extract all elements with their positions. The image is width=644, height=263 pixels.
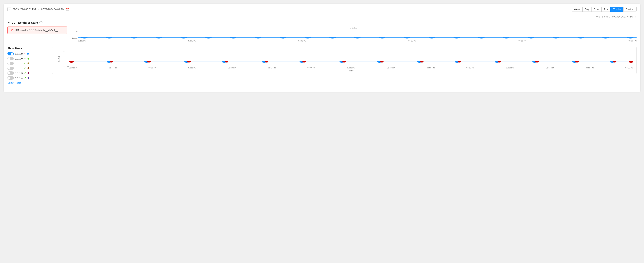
x-10: 03:52 PM — [466, 67, 474, 69]
x-8: 03:48 PM — [387, 67, 395, 69]
x-4: 03:40 PM — [228, 67, 236, 69]
peer-toggle-4[interactable] — [8, 71, 14, 75]
svg-point-51 — [575, 61, 579, 62]
x-3: 03:38 PM — [188, 67, 196, 69]
section-divider — [8, 89, 636, 89]
svg-point-9 — [280, 37, 286, 38]
time-start: 07/09/2024 03:31 PM — [13, 8, 36, 10]
mini-chart: Up Down — [71, 30, 636, 43]
peer-toggle-5[interactable] — [8, 76, 14, 80]
week-button[interactable]: Week — [572, 7, 582, 12]
chart-time-axis-title: Time — [69, 70, 634, 72]
peer-label-3: 1.1.1.2 — [15, 67, 23, 70]
mini-x-2: 03:45 PM — [298, 40, 306, 42]
peer-toggle-0[interactable] — [8, 52, 14, 55]
day-button[interactable]: Day — [582, 7, 591, 12]
chart-y-label: 1.1.1.9 — [58, 56, 60, 62]
time-end: 07/09/2024 04:01 PM — [41, 8, 64, 10]
svg-point-41 — [380, 61, 384, 62]
peer-toggle-2[interactable] — [8, 62, 14, 65]
x-2: 03:36 PM — [148, 67, 156, 69]
svg-point-33 — [225, 61, 228, 62]
chart-xaxis: 03:32 PM 03:34 PM 03:36 PM 03:38 PM 03:4… — [69, 67, 634, 69]
30mins-button[interactable]: 30 mins — [610, 7, 624, 12]
refresh-label: Next refresh: 07/09/2024 04:03:44 PM — [596, 15, 634, 18]
peer-label-1: 1.1.1.0 — [15, 57, 23, 60]
section-title: LDP Neighbor State — [12, 21, 38, 24]
alert-box: ⊘ LDP session 1.1.1.9 state is __default… — [8, 26, 67, 34]
svg-point-53 — [613, 61, 616, 62]
time-range-buttons: Week Day 3 hrs 1 hr 30 mins Custom — [572, 7, 636, 12]
calendar-icon[interactable]: 📅 — [66, 8, 69, 11]
svg-point-15 — [429, 37, 435, 38]
expand-icon[interactable]: ⤢ — [634, 26, 636, 29]
mini-x-1: 03:40 PM — [188, 40, 196, 42]
svg-point-3 — [131, 37, 137, 38]
svg-point-16 — [454, 37, 460, 38]
svg-point-8 — [255, 37, 261, 38]
svg-point-31 — [187, 61, 191, 62]
peer-toggle-1[interactable] — [8, 57, 14, 60]
mini-x-3: 03:50 PM — [408, 40, 416, 42]
svg-point-43 — [420, 61, 424, 62]
time-prev-button[interactable]: ‹ — [8, 7, 11, 11]
x-9: 03:50 PM — [427, 67, 435, 69]
x-5: 03:42 PM — [268, 67, 276, 69]
alert-message: LDP session 1.1.1.9 state is __default__ — [15, 29, 58, 32]
svg-point-19 — [528, 37, 534, 38]
svg-point-23 — [627, 37, 634, 38]
main-chart-area: 1.1.1.9 Up Down — [52, 47, 636, 74]
peer-status-3: ✔ — [24, 67, 26, 70]
collapse-button[interactable]: ▾ — [8, 21, 10, 24]
peers-panel: Show Peers 1.1.1.9 ● 1.1.1.0 ✔ 1.1.1.1 ✔ — [8, 47, 48, 84]
peer-status-2: ✔ — [24, 62, 26, 65]
svg-point-20 — [553, 37, 559, 38]
peer-label-2: 1.1.1.1 — [15, 62, 23, 65]
chart-up-label: Up — [64, 50, 66, 53]
svg-point-2 — [106, 37, 112, 38]
peer-row-3: 1.1.1.2 ✔ — [8, 67, 48, 70]
peer-label-0: 1.1.1.9 — [15, 52, 23, 55]
peer-label-4: 1.1.1.3 — [15, 72, 23, 75]
svg-point-54 — [629, 61, 634, 63]
select-peers-link[interactable]: Select Peers — [8, 81, 48, 84]
help-icon[interactable]: ? — [40, 21, 42, 24]
x-6: 03:44 PM — [308, 67, 316, 69]
x-14: 04:00 PM — [626, 67, 634, 69]
svg-point-5 — [180, 37, 187, 38]
peer-row-4: 1.1.1.3 ✔ — [8, 71, 48, 75]
svg-point-27 — [110, 61, 113, 62]
peer-color-0 — [27, 53, 29, 55]
svg-point-6 — [205, 37, 212, 38]
svg-point-4 — [156, 37, 162, 38]
time-next-button[interactable]: › — [70, 7, 73, 11]
svg-point-14 — [404, 37, 410, 38]
svg-point-45 — [458, 61, 461, 62]
mini-chart-xaxis: 03:35 PM 03:40 PM 03:45 PM 03:50 PM 03:5… — [78, 40, 636, 42]
peer-row-0: 1.1.1.9 ● — [8, 52, 48, 55]
peer-status-5: ✔ — [24, 77, 26, 79]
svg-point-39 — [342, 61, 346, 62]
x-7: 03:46 PM — [347, 67, 355, 69]
alert-icon: ⊘ — [11, 28, 14, 32]
peer-color-4 — [28, 72, 30, 74]
peer-toggle-3[interactable] — [8, 67, 14, 70]
svg-point-29 — [147, 61, 151, 62]
peer-color-3 — [28, 67, 30, 69]
svg-point-12 — [354, 37, 360, 38]
x-0: 03:32 PM — [69, 67, 77, 69]
mini-chart-svg — [78, 30, 636, 39]
time-arrow-sep: → — [37, 8, 40, 10]
mini-x-4: 03:55 PM — [518, 40, 526, 42]
3hrs-button[interactable]: 3 hrs — [591, 7, 602, 12]
peer-row-2: 1.1.1.1 ✔ — [8, 62, 48, 65]
peer-row-1: 1.1.1.0 ✔ — [8, 57, 48, 60]
refresh-icon[interactable]: ↻ — [634, 15, 636, 18]
svg-point-13 — [379, 37, 385, 38]
peer-color-5 — [28, 77, 30, 79]
custom-button[interactable]: Custom — [623, 7, 636, 12]
1hr-button[interactable]: 1 hr — [602, 7, 610, 12]
svg-point-25 — [69, 61, 74, 63]
svg-point-1 — [81, 37, 88, 38]
svg-point-11 — [330, 37, 336, 38]
